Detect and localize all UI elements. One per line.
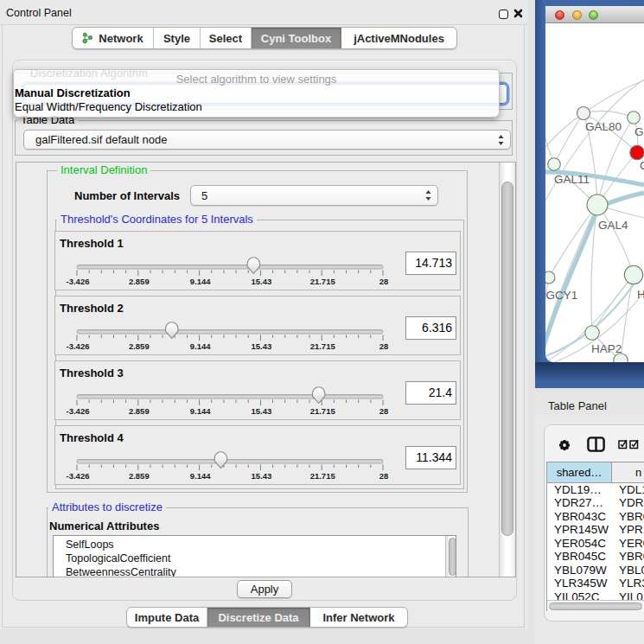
network-edge[interactable]: [554, 113, 583, 164]
table-row[interactable]: YBR045CYBR0: [547, 550, 644, 563]
table-header-shared-name[interactable]: shared…: [547, 462, 612, 483]
dropdown-prompt: Select algorithm to view settings: [14, 73, 499, 86]
network-canvas[interactable]: GAL80G.CGAL11GAL4GCY1HHAP2: [545, 23, 644, 362]
tick-label: 28: [379, 341, 389, 351]
close-icon[interactable]: [513, 9, 523, 18]
tab-discretize-data[interactable]: Discretize Data: [207, 608, 310, 627]
table-row[interactable]: YDL19…YDL1: [547, 483, 644, 496]
tick-label: 28: [379, 471, 389, 481]
network-edge[interactable]: [583, 111, 634, 118]
cell-shared-name: YBR045C: [554, 550, 606, 563]
slider-thumb[interactable]: [166, 322, 178, 338]
cell-name: YLR3: [619, 577, 644, 590]
slider-thumb[interactable]: [214, 451, 226, 468]
table-horizontal-scrollbar[interactable]: [547, 600, 644, 611]
dropdown-item[interactable]: Manual Discretization: [15, 86, 131, 99]
numerical-attributes-label: Numerical Attributes: [49, 520, 159, 532]
tab-style[interactable]: Style: [154, 28, 201, 48]
table-row[interactable]: YIL052CYIL0: [547, 590, 644, 600]
tick-label: 28: [379, 406, 389, 416]
table-panel-title: Table Panel: [548, 399, 607, 412]
checkbox-icon[interactable]: [618, 439, 628, 449]
threshold-value-field[interactable]: 21.4: [405, 381, 456, 405]
network-edge[interactable]: [597, 205, 634, 275]
table-row[interactable]: YLR345WYLR3: [547, 577, 644, 590]
table-rows: YDL19…YDL1YDR27…YDR2YBR043CYBR0YPR145WYP…: [547, 483, 644, 600]
table-row[interactable]: YBL079WYBL0: [547, 564, 644, 577]
zoom-traffic-light-icon[interactable]: [589, 10, 598, 20]
network-node-label: GCY1: [546, 289, 578, 302]
network-edge[interactable]: [545, 113, 583, 147]
tab-cyni-toolbox[interactable]: Cyni Toolbox: [252, 28, 341, 48]
attributes-scrollbar-thumb[interactable]: [449, 538, 456, 576]
table-row[interactable]: YPR145WYPR1: [547, 523, 644, 536]
tick-label: 9.144: [190, 471, 211, 481]
float-window-icon[interactable]: [499, 10, 508, 19]
network-icon: [82, 32, 93, 44]
table-row[interactable]: YDR27…YDR2: [547, 496, 644, 509]
number-of-intervals-label: Number of Intervals: [74, 189, 180, 202]
checkbox-icon[interactable]: [629, 439, 639, 449]
slider-thumb[interactable]: [312, 386, 324, 403]
table-row[interactable]: YER054CYER0: [547, 537, 644, 550]
threshold-value-field[interactable]: 6.316: [405, 316, 456, 340]
tab-jactivemnodules[interactable]: jActiveMNodules: [341, 28, 456, 48]
split-view-icon[interactable]: [587, 437, 605, 452]
settings-scrollbar-thumb[interactable]: [501, 182, 513, 536]
attributes-list-scrollbar[interactable]: [445, 536, 456, 577]
network-node-gal11[interactable]: [548, 158, 561, 171]
gear-icon[interactable]: [558, 438, 571, 452]
network-node-gal80[interactable]: [577, 107, 590, 120]
dropdown-item[interactable]: Equal Width/Frequency Discretization: [15, 100, 202, 113]
threshold-value-field[interactable]: 14.713: [405, 252, 456, 275]
number-of-intervals-combobox[interactable]: 5: [190, 185, 438, 206]
network-node-g[interactable]: [628, 112, 641, 124]
network-node-gcy1[interactable]: [545, 271, 555, 284]
settings-scrollbar[interactable]: [499, 163, 515, 577]
attribute-list-item[interactable]: TopologicalCoefficient: [66, 552, 170, 564]
tick-label: 2.859: [129, 341, 150, 351]
tick-label: 9.144: [190, 277, 211, 286]
network-window-titlebar[interactable]: [545, 6, 644, 23]
attributes-group-title: Attributes to discretize: [48, 501, 166, 513]
tick-label: 9.144: [190, 341, 211, 351]
table-hscrollbar-thumb[interactable]: [549, 603, 642, 610]
network-node-gal4[interactable]: [587, 194, 608, 215]
algorithm-dropdown-popup: Select algorithm to view settings Manual…: [13, 69, 500, 118]
tab-label: Cyni Toolbox: [261, 32, 331, 45]
threshold-value-field[interactable]: 11.344: [405, 446, 456, 469]
tab-impute-data[interactable]: Impute Data: [127, 608, 207, 627]
table-row[interactable]: YBR043CYBR0: [547, 510, 644, 523]
cell-shared-name: YLR345W: [554, 577, 608, 590]
network-node-hap2[interactable]: [585, 326, 599, 340]
cell-name: YPR1: [619, 523, 644, 536]
network-node-h[interactable]: [624, 265, 642, 284]
table-header-name[interactable]: n: [612, 462, 644, 483]
tick-label: 21.715: [310, 341, 335, 351]
interval-definition-title: Interval Definition: [57, 164, 150, 176]
tab-label: Style: [163, 32, 190, 45]
table-data-combobox[interactable]: galFiltered.sif default node: [23, 130, 511, 150]
apply-button[interactable]: Apply: [237, 580, 292, 598]
table-panel-titlebar[interactable]: Table Panel: [535, 392, 644, 416]
tick-label: -3.426: [67, 277, 90, 286]
tab-infer-network[interactable]: Infer Network: [310, 608, 407, 627]
minimize-traffic-light-icon[interactable]: [572, 10, 582, 20]
network-edge[interactable]: [583, 80, 644, 113]
close-traffic-light-icon[interactable]: [555, 10, 564, 20]
tab-select[interactable]: Select: [201, 28, 252, 48]
tick-label: 15.43: [252, 341, 272, 351]
attribute-list-item[interactable]: BetweennessCentrality: [66, 566, 176, 577]
network-node-label: H: [637, 288, 644, 301]
numerical-attributes-list[interactable]: SelfLoopsTopologicalCoefficientBetweenne…: [53, 535, 456, 577]
tab-network[interactable]: Network: [73, 28, 154, 48]
tick-label: 21.715: [310, 277, 335, 286]
attribute-list-item[interactable]: SelfLoops: [66, 539, 114, 551]
network-node-label: G.: [634, 125, 644, 138]
network-node-red[interactable]: [630, 145, 644, 159]
threshold-block: Threshold 2-3.4262.8599.14415.4321.71528…: [54, 296, 461, 355]
threshold-block: Threshold 3-3.4262.8599.14415.4321.71528…: [54, 360, 461, 420]
network-node-label: GAL11: [554, 173, 590, 186]
slider-thumb[interactable]: [247, 257, 259, 273]
control-panel-titlebar[interactable]: Control Panel: [0, 0, 527, 25]
